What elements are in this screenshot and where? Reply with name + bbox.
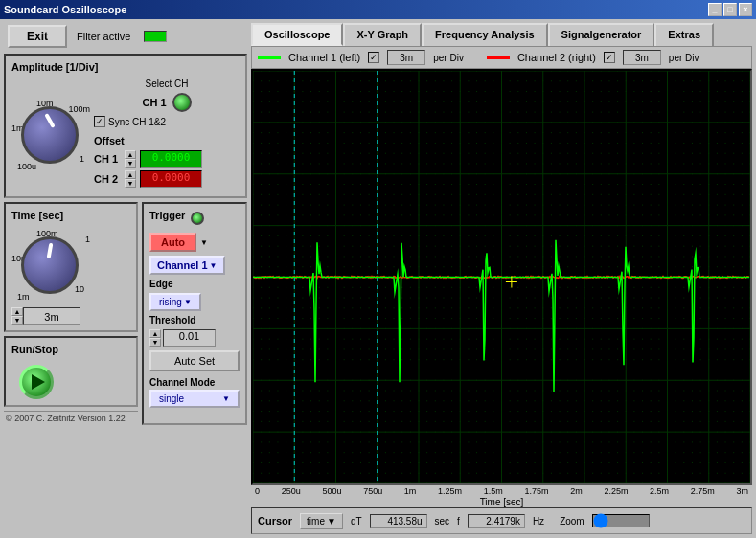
threshold-up[interactable]: ▲ [149, 329, 161, 338]
sync-checkbox[interactable]: ✓ [94, 116, 105, 127]
time-title: Time [sec] [11, 210, 130, 221]
x-axis-title: Time [sec] [251, 497, 752, 507]
x-axis: 0 250u 500u 750u 1m 1.25m 1.5m 1.75m 2m … [251, 485, 752, 497]
ch1-channel-label: Channel 1 (left) [288, 52, 360, 63]
ch2-checkbox[interactable]: ✓ [604, 52, 615, 63]
tab-signal-gen[interactable]: Signalgenerator [548, 23, 655, 46]
ch1-offset-row: CH 1 ▲ ▼ 0.0000 [94, 150, 240, 168]
ch2-per-div-input[interactable] [623, 50, 661, 65]
threshold-down[interactable]: ▼ [149, 338, 161, 347]
ch2-offset-up[interactable]: ▲ [125, 170, 136, 179]
tab-extras[interactable]: Extras [654, 23, 714, 46]
ch2-offset-spinner[interactable]: ▲ ▼ [125, 170, 136, 188]
time-up[interactable]: ▲ [11, 307, 23, 316]
ch2-offset-input[interactable]: 0.0000 [140, 170, 202, 188]
ch2-offset-down[interactable]: ▼ [125, 179, 136, 188]
trigger-box: Trigger Auto ▼ Channel 1 ▼ Edge [142, 202, 247, 425]
cursor-type-value: time [307, 516, 325, 527]
trigger-ch-arrow: ▼ [210, 261, 218, 270]
osc-display[interactable] [251, 69, 752, 485]
amplitude-knob[interactable] [21, 106, 79, 164]
amp-time-area: Time [sec] 100m 1 10m 10 1m [4, 202, 138, 425]
tab-freq-analysis[interactable]: Frequency Analysis [422, 23, 548, 46]
zoom-label: Zoom [560, 516, 584, 527]
ch-mode-arrow: ▼ [222, 394, 230, 403]
tabs-bar: Oscilloscope X-Y Graph Frequency Analysi… [251, 23, 752, 46]
ch1-indicator [172, 93, 192, 112]
time-value: 3m [23, 307, 80, 325]
threshold-spinner[interactable]: ▲ ▼ [149, 329, 161, 347]
ch1-offset-down[interactable]: ▼ [125, 159, 136, 168]
trigger-ch-row: Channel 1 ▼ [149, 256, 240, 275]
time-value-box: ▲ ▼ 3m [11, 307, 130, 325]
x-label-500u: 500u [322, 486, 341, 496]
ch-mode-button[interactable]: single ▼ [149, 390, 240, 408]
ch2-per-div-label: per Div [669, 53, 699, 63]
run-stop-title: Run/Stop [11, 344, 58, 355]
dt-unit: sec [435, 516, 450, 527]
ch1-offset-label: CH 1 [94, 153, 121, 165]
time-label-10: 10 [75, 284, 84, 294]
trigger-mode-row: Auto ▼ [149, 233, 240, 252]
threshold-row: Threshold [149, 315, 240, 325]
auto-set-button[interactable]: Auto Set [149, 350, 240, 371]
x-label-2.5m: 2.5m [650, 486, 669, 496]
ch1-color-line [258, 56, 281, 59]
trigger-edge-row: Edge [149, 279, 240, 289]
cursor-type-button[interactable]: time ▼ [300, 513, 343, 529]
x-label-2m: 2m [570, 486, 583, 496]
play-icon [32, 374, 45, 390]
x-label-1m: 1m [404, 486, 417, 496]
filter-indicator [144, 31, 167, 42]
trigger-channel-button[interactable]: Channel 1 ▼ [149, 256, 225, 275]
exit-button[interactable]: Exit [8, 25, 67, 48]
trigger-header: Trigger [149, 210, 240, 227]
x-label-2.25m: 2.25m [604, 486, 628, 496]
ch1-offset-up[interactable]: ▲ [125, 150, 136, 159]
window-controls: _ □ × [708, 3, 752, 16]
x-label-2.75m: 2.75m [691, 486, 715, 496]
ch-mode-value: single [159, 393, 184, 404]
lower-left: Time [sec] 100m 1 10m 10 1m [4, 202, 247, 425]
minimize-btn[interactable]: _ [708, 3, 722, 16]
threshold-input[interactable]: 0.01 [163, 329, 216, 347]
filter-label: Filter active [77, 31, 130, 42]
amplitude-title: Amplitude [1/Div] [11, 61, 240, 73]
run-stop-button[interactable] [19, 365, 54, 399]
amplitude-knob-container: 10m 100m 1m 1 100u [11, 97, 88, 173]
trigger-mode-button[interactable]: Auto [149, 233, 196, 252]
ch1-checkbox[interactable]: ✓ [368, 52, 379, 63]
time-spinner[interactable]: ▲ ▼ [11, 307, 23, 325]
trigger-edge-value-row: rising ▼ [149, 293, 240, 311]
tab-oscilloscope[interactable]: Oscilloscope [251, 23, 343, 46]
ch1-offset-input[interactable]: 0.0000 [140, 150, 202, 168]
x-label-0: 0 [255, 486, 260, 496]
cursor-type-arrow: ▼ [327, 516, 336, 527]
zoom-slider[interactable] [592, 514, 650, 527]
right-panel: Oscilloscope X-Y Graph Frequency Analysi… [251, 19, 756, 538]
top-bar: Exit Filter active [4, 23, 247, 50]
tab-xy-graph[interactable]: X-Y Graph [343, 23, 422, 46]
f-unit: Hz [533, 516, 544, 527]
threshold-label: Threshold [149, 315, 195, 325]
trigger-edge-button[interactable]: rising ▼ [149, 293, 201, 311]
f-label: f [457, 516, 460, 527]
left-panel: Exit Filter active Amplitude [1/Div] 10m… [0, 19, 251, 538]
dt-label: dT [351, 516, 362, 527]
ch2-color-line [487, 56, 510, 59]
copyright: © 2007 C. Zeitnitz Version 1.22 [4, 411, 138, 425]
maximize-btn[interactable]: □ [723, 3, 737, 16]
ch1-offset-spinner[interactable]: ▲ ▼ [125, 150, 136, 168]
ch2-offset-label: CH 2 [94, 173, 121, 185]
ch1-per-div-input[interactable] [387, 50, 425, 65]
time-section: Time [sec] 100m 1 10m 10 1m [4, 202, 138, 332]
edge-arrow: ▼ [184, 298, 192, 306]
time-knob[interactable] [21, 236, 79, 294]
ch1-label: CH 1 [142, 97, 166, 108]
time-down[interactable]: ▼ [11, 316, 23, 325]
cursor-bar: Cursor time ▼ dT 413.58u sec f 2.4179k H… [251, 507, 752, 534]
close-btn[interactable]: × [739, 3, 752, 16]
edge-label: Edge [149, 279, 172, 289]
select-ch-label: Select CH [145, 78, 188, 89]
time-label-1: 1 [85, 235, 90, 244]
